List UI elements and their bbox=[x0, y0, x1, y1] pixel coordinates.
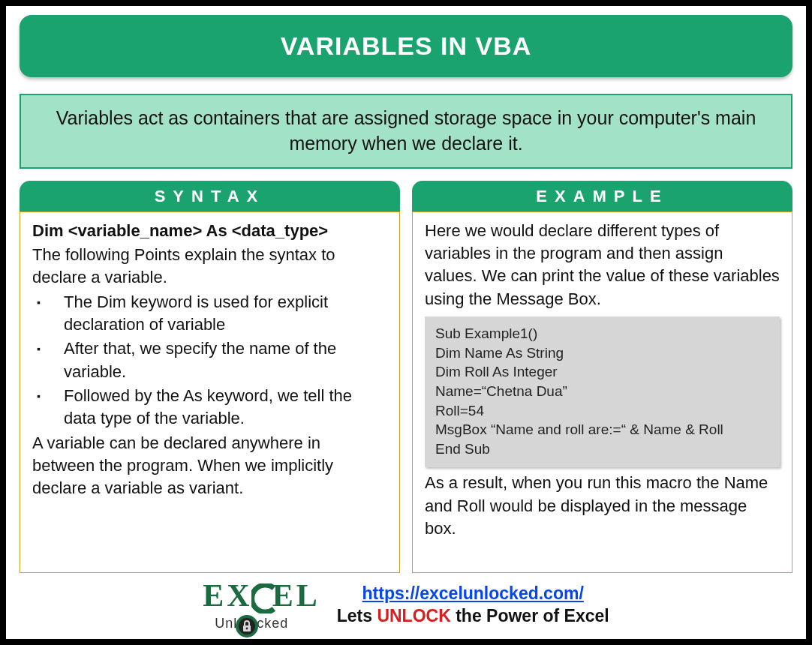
code-line: End Sub bbox=[435, 440, 769, 459]
footer-text-block: https://excelunlocked.com/ Lets UNLOCK t… bbox=[337, 583, 609, 628]
syntax-point: The Dim keyword is used for explicit dec… bbox=[55, 291, 387, 337]
brand-logo: EX EL Unl cked bbox=[203, 576, 320, 634]
syntax-points: The Dim keyword is used for explicit dec… bbox=[32, 291, 387, 430]
svg-point-1 bbox=[246, 628, 248, 630]
site-link[interactable]: https://excelunlocked.com/ bbox=[362, 584, 584, 603]
code-line: Dim Name As String bbox=[435, 344, 769, 363]
code-line: Sub Example1() bbox=[435, 324, 769, 344]
syntax-body: Dim <variable_name> As <data_type> The f… bbox=[20, 212, 400, 574]
content-columns: SYNTAX Dim <variable_name> As <data_type… bbox=[20, 181, 792, 574]
example-intro: Here we would declare different types of… bbox=[425, 220, 780, 310]
syntax-point: After that, we specify the name of the v… bbox=[55, 338, 387, 383]
syntax-header: SYNTAX bbox=[20, 181, 400, 212]
example-outro: As a result, when you run this macro the… bbox=[425, 472, 780, 540]
tagline: Lets UNLOCK the Power of Excel bbox=[337, 606, 609, 626]
example-column: EXAMPLE Here we would declare different … bbox=[412, 181, 792, 574]
example-header: EXAMPLE bbox=[412, 181, 792, 212]
code-line: MsgBox “Name and roll are:=“ & Name & Ro… bbox=[435, 420, 769, 440]
logo-c-icon bbox=[251, 584, 277, 614]
logo-top-text: EX EL bbox=[203, 579, 320, 614]
code-block: Sub Example1() Dim Name As String Dim Ro… bbox=[425, 316, 780, 467]
footer: EX EL Unl cked https://excelunlocked.com… bbox=[20, 576, 792, 634]
code-line: Roll=54 bbox=[435, 401, 769, 421]
page-title: VARIABLES IN VBA bbox=[20, 15, 792, 77]
syntax-outro: A variable can be declared anywhere in b… bbox=[32, 432, 387, 500]
syntax-column: SYNTAX Dim <variable_name> As <data_type… bbox=[20, 181, 400, 574]
document-frame: VARIABLES IN VBA Variables act as contai… bbox=[0, 0, 812, 645]
syntax-point: Followed by the As keyword, we tell the … bbox=[55, 385, 387, 430]
code-line: Name=“Chetna Dua” bbox=[435, 382, 769, 401]
syntax-intro: The following Points explain the syntax … bbox=[32, 244, 387, 290]
subtitle-text: Variables act as containers that are ass… bbox=[20, 94, 792, 169]
logo-bottom-text: Unl cked bbox=[215, 612, 288, 634]
code-line: Dim Roll As Integer bbox=[435, 362, 769, 382]
syntax-declaration: Dim <variable_name> As <data_type> bbox=[32, 220, 387, 242]
example-body: Here we would declare different types of… bbox=[412, 212, 792, 574]
lock-icon bbox=[236, 615, 258, 638]
